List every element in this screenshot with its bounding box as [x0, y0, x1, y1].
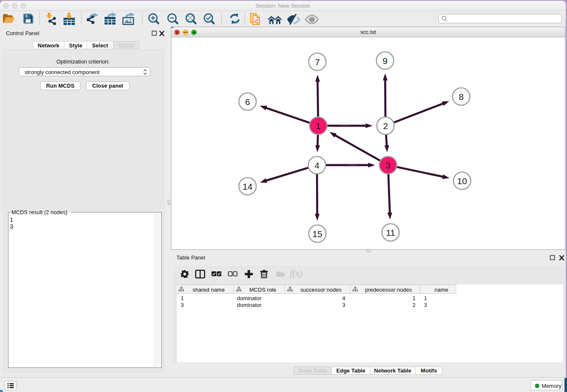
svg-text:1: 1: [316, 121, 321, 131]
svg-text:4: 4: [314, 160, 319, 170]
svg-text:10: 10: [457, 176, 467, 186]
svg-text:7: 7: [315, 57, 320, 67]
svg-text:11: 11: [386, 228, 395, 237]
svg-text:14: 14: [242, 182, 253, 191]
svg-text:8: 8: [459, 92, 464, 102]
svg-text:6: 6: [245, 97, 250, 107]
svg-text:15: 15: [312, 229, 322, 239]
svg-text:2: 2: [383, 121, 388, 131]
svg-text:3: 3: [385, 160, 391, 170]
svg-text:9: 9: [383, 56, 388, 66]
